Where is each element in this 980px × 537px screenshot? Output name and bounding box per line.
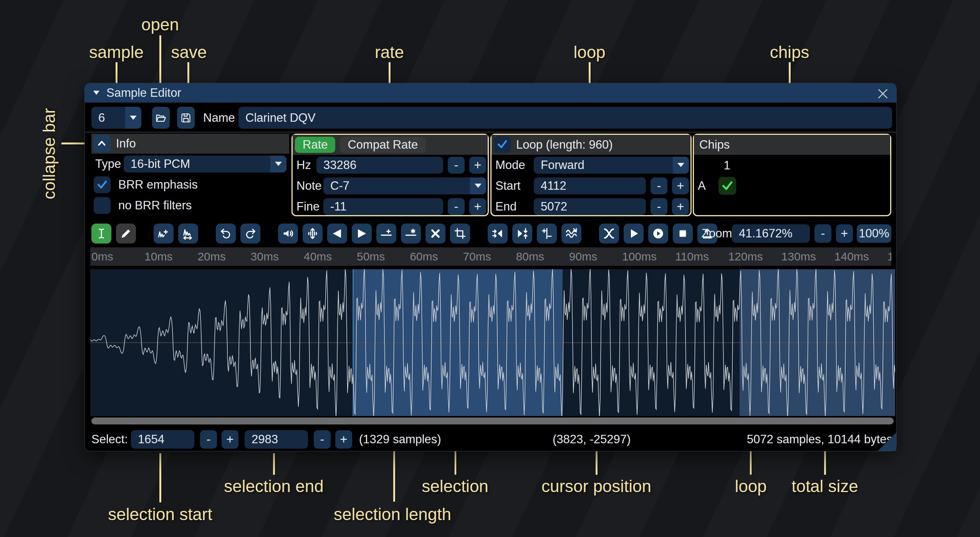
play-cursor-button[interactable]	[648, 224, 668, 244]
hz-plus-button[interactable]: +	[469, 157, 486, 174]
timeline-tick-label: 110ms	[675, 250, 709, 263]
chevron-down-icon	[673, 157, 689, 174]
selection-start-plus-button[interactable]: +	[222, 430, 238, 449]
separator	[85, 132, 896, 133]
rate-tab[interactable]: Rate	[295, 137, 335, 153]
annotation-rate: rate	[375, 43, 404, 61]
no-brr-filters-checkbox[interactable]	[94, 197, 111, 214]
amplify-button[interactable]	[278, 224, 298, 244]
rate-panel: Rate Compat Rate Hz 33286 - + Note C-7 F…	[291, 134, 489, 216]
stop-button[interactable]	[673, 224, 693, 244]
normalize-button[interactable]	[303, 224, 323, 244]
zoom-in-button[interactable]: +	[836, 224, 853, 243]
selection-end-input[interactable]: 2983	[245, 430, 308, 449]
annotation-save: save	[171, 43, 207, 61]
trim-button[interactable]	[450, 224, 470, 244]
loop-start-plus-button[interactable]: +	[672, 177, 689, 194]
close-icon[interactable]	[876, 87, 889, 100]
chevron-up-icon	[97, 139, 107, 149]
hz-input[interactable]: 33286	[316, 157, 443, 174]
note-value: C-7	[323, 177, 470, 194]
brr-emphasis-checkbox[interactable]	[94, 176, 111, 193]
annotation-sample: sample	[89, 43, 144, 61]
waveform-view[interactable]	[90, 269, 895, 416]
play-button[interactable]	[624, 224, 644, 244]
timeline-ruler: 0ms10ms20ms30ms40ms50ms60ms70ms80ms90ms1…	[90, 247, 891, 266]
insert-silence-button[interactable]	[376, 224, 396, 244]
chip-enable-checkbox[interactable]	[718, 177, 736, 195]
fade-out-button[interactable]	[352, 224, 372, 244]
brr-emphasis-label: BRR emphasis	[118, 176, 198, 193]
timeline-tick-label: 80ms	[516, 250, 544, 263]
reverse-button[interactable]	[488, 224, 508, 244]
type-dropdown[interactable]: 16-bit PCM	[124, 156, 286, 172]
resize-grip[interactable]	[876, 431, 896, 451]
draw-button[interactable]	[116, 224, 136, 244]
zoom-input[interactable]: 41.1672%	[732, 224, 810, 243]
save-sample-button[interactable]	[177, 107, 195, 129]
zoom-reset-button[interactable]: 100%	[857, 224, 891, 243]
window-title: Sample Editor	[106, 86, 181, 100]
fade-in-button[interactable]	[327, 224, 347, 244]
delete-button[interactable]	[425, 224, 445, 244]
selection-start-minus-button[interactable]: -	[200, 430, 217, 449]
sign-button[interactable]	[537, 224, 557, 244]
loop-mode-dropdown[interactable]: Forward	[534, 157, 689, 174]
rate-tab-label: Rate	[303, 138, 328, 152]
zoom-out-button[interactable]: -	[814, 224, 831, 243]
selection-end-plus-button[interactable]: +	[335, 430, 352, 449]
note-dropdown[interactable]: C-7	[323, 177, 486, 194]
resample-button[interactable]	[178, 224, 198, 244]
crossfade-button[interactable]	[599, 224, 619, 244]
save-icon	[180, 113, 191, 123]
undo-button[interactable]	[216, 224, 236, 244]
timeline-tick-label: 20ms	[197, 250, 225, 263]
fine-minus-button[interactable]: -	[448, 198, 465, 215]
filter-button[interactable]	[561, 224, 581, 244]
timeline-tick-label: 70ms	[463, 250, 491, 263]
annotation-loop: loop	[573, 43, 605, 61]
folder-open-icon	[155, 112, 167, 124]
apply-silence-button[interactable]	[401, 224, 421, 244]
collapse-bar-button[interactable]	[93, 135, 111, 152]
total-size-text: 5072 samples, 10144 bytes	[747, 430, 892, 449]
ibeam-select-button[interactable]	[91, 224, 111, 244]
invert-button[interactable]	[512, 224, 532, 244]
callout-line-cursor-position	[596, 450, 598, 475]
redo-button[interactable]	[240, 224, 260, 244]
loop-end-minus-button[interactable]: -	[651, 198, 667, 215]
loop-mode-value: Forward	[534, 157, 673, 174]
loop-end-plus-button[interactable]: +	[672, 198, 689, 215]
name-input[interactable]: Clarinet DQV	[238, 107, 892, 129]
waveform-scrollbar[interactable]	[91, 418, 894, 424]
compat-rate-tab[interactable]: Compat Rate	[340, 137, 425, 153]
annotation-selection-end: selection end	[224, 477, 323, 496]
selection-start-input[interactable]: 1654	[131, 430, 194, 449]
fine-value: -11	[330, 200, 347, 214]
loop-start-minus-button[interactable]: -	[651, 177, 667, 194]
fine-plus-button[interactable]: +	[469, 198, 486, 215]
titlebar[interactable]: Sample Editor	[85, 83, 896, 103]
sample-selector[interactable]: 6	[91, 107, 141, 129]
annotation-selection: selection	[422, 477, 488, 496]
open-sample-button[interactable]	[152, 107, 170, 129]
selection-start-value: 1654	[138, 433, 164, 446]
chip-column-label: 1	[718, 158, 735, 173]
resize-button[interactable]	[154, 224, 174, 244]
callout-line-total-size	[824, 450, 826, 475]
info-header-label: Info	[116, 137, 136, 151]
annotation-selection-start: selection start	[108, 505, 212, 524]
selection-end-minus-button[interactable]: -	[314, 430, 331, 449]
annotation-collapse-bar: collapse bar	[40, 108, 58, 199]
hz-label: Hz	[296, 157, 311, 174]
loop-start-input[interactable]: 4112	[534, 177, 646, 194]
collapse-window-icon[interactable]	[93, 91, 99, 95]
loop-end-input[interactable]: 5072	[534, 198, 646, 215]
timeline-tick-label: 10ms	[144, 250, 172, 263]
fine-input[interactable]: -11	[323, 198, 443, 215]
chevron-down-icon[interactable]	[125, 107, 141, 129]
hz-minus-button[interactable]: -	[448, 157, 465, 174]
timeline-tick-label: 50ms	[357, 250, 385, 263]
loop-enable-checkbox[interactable]	[494, 136, 511, 153]
chip-row-label: A	[698, 177, 706, 195]
